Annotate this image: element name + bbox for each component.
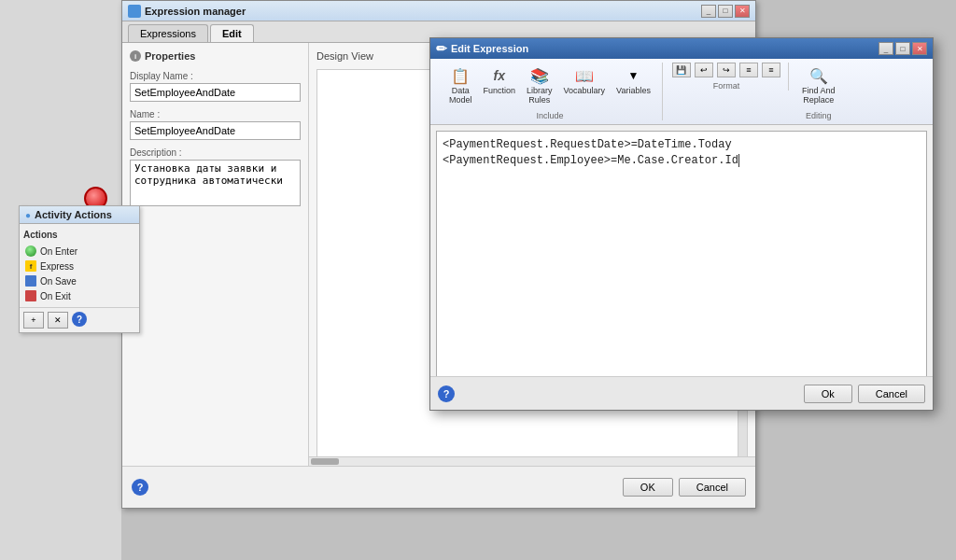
- indent-button[interactable]: ≡: [739, 63, 758, 77]
- edit-expression-title-area: ✏ Edit Expression: [436, 41, 528, 56]
- ribbon-library-button[interactable]: 📚 LibraryRules: [523, 63, 556, 107]
- remove-action-button[interactable]: ✕: [48, 312, 68, 329]
- text-cursor: [738, 154, 739, 167]
- ribbon-variables-button[interactable]: ▼ Variables: [612, 63, 654, 107]
- express-icon: f: [25, 260, 36, 272]
- express-label: Express: [40, 261, 74, 272]
- function-icon: fx: [488, 64, 511, 87]
- format-buttons-row1: 💾 ↩ ↪ ≡ ≡: [672, 63, 780, 77]
- on-exit-icon: [25, 290, 36, 301]
- action-item-on-exit[interactable]: On Exit: [23, 288, 135, 303]
- undo-button[interactable]: ↩: [695, 63, 713, 77]
- ribbon-data-model-button[interactable]: 📋 DataModel: [445, 63, 476, 107]
- on-enter-label: On Enter: [40, 246, 77, 257]
- on-enter-icon: [25, 245, 36, 257]
- display-name-label: Display Name :: [130, 71, 301, 81]
- edit-expr-close[interactable]: ✕: [912, 42, 927, 55]
- expression-manager-bottom-toolbar: ? OK Cancel: [122, 466, 755, 508]
- properties-panel: i Properties Display Name : Name : Descr…: [122, 43, 309, 505]
- ribbon-find-replace-button[interactable]: 🔍 Find AndReplace: [798, 63, 839, 107]
- edit-expr-cancel-button[interactable]: Cancel: [858, 385, 925, 403]
- close-button[interactable]: ✕: [735, 5, 750, 18]
- on-exit-label: On Exit: [40, 291, 71, 301]
- actions-help-button[interactable]: ?: [72, 312, 87, 327]
- code-line-2: <PaymentRequest.Employee>=Me.Case.Creato…: [443, 153, 921, 169]
- minimize-button[interactable]: _: [701, 5, 716, 18]
- ribbon-format-group: 💾 ↩ ↪ ≡ ≡ Format: [665, 63, 789, 91]
- properties-title: Properties: [145, 50, 195, 62]
- vocabulary-label: Vocabulary: [564, 87, 606, 96]
- library-rules-label: LibraryRules: [527, 87, 553, 105]
- maximize-button[interactable]: □: [718, 5, 733, 18]
- name-input[interactable]: [130, 121, 301, 140]
- properties-panel-header: i Properties: [130, 50, 301, 62]
- edit-expr-maximize[interactable]: □: [895, 42, 910, 55]
- variables-label: Variables: [616, 87, 651, 96]
- expression-manager-title: Expression manager: [128, 5, 246, 18]
- action-item-express[interactable]: f Express: [23, 259, 135, 273]
- redo-button[interactable]: ↪: [717, 63, 736, 77]
- edit-expression-title-text: Edit Expression: [451, 43, 528, 54]
- find-replace-icon: 🔍: [808, 64, 830, 87]
- ribbon-include-buttons: 📋 DataModel fx Function 📚 LibraryRules 📖…: [445, 63, 654, 107]
- on-save-label: On Save: [40, 276, 77, 287]
- activity-actions-content: Actions On Enter f Express On Save On Ex…: [20, 224, 139, 307]
- ribbon-include-group: 📋 DataModel fx Function 📚 LibraryRules 📖…: [438, 63, 663, 120]
- edit-expr-help-button[interactable]: ?: [438, 385, 455, 402]
- ok-button[interactable]: OK: [623, 478, 673, 497]
- edit-expression-dialog: ✏ Edit Expression _ □ ✕ 📋 DataModel fx F…: [429, 37, 934, 411]
- code-line-2-text: <PaymentRequest.Employee>=Me.Case.Creato…: [443, 154, 738, 167]
- include-group-label: Include: [536, 111, 563, 120]
- variables-icon: ▼: [623, 64, 645, 87]
- activity-actions-footer: + ✕ ?: [20, 307, 139, 332]
- description-label: Description :: [130, 147, 301, 158]
- display-name-input[interactable]: [130, 83, 301, 102]
- name-label: Name :: [130, 109, 301, 119]
- vocabulary-icon: 📖: [573, 64, 596, 87]
- properties-icon: i: [130, 50, 141, 62]
- expression-manager-icon: [128, 5, 141, 18]
- expression-manager-title-text: Expression manager: [145, 6, 246, 17]
- bottom-buttons: OK Cancel: [623, 478, 746, 497]
- activity-actions-title: Activity Actions: [35, 209, 112, 220]
- activity-dot-icon: ●: [25, 210, 31, 220]
- action-item-on-save[interactable]: On Save: [23, 273, 135, 288]
- window-controls: _ □ ✕: [701, 5, 750, 18]
- description-textarea[interactable]: Установка даты заявки и сотрудника автом…: [130, 160, 301, 206]
- tab-expressions[interactable]: Expressions: [128, 24, 208, 42]
- edit-expression-ribbon: 📋 DataModel fx Function 📚 LibraryRules 📖…: [430, 59, 933, 125]
- activity-actions-header: ● Activity Actions: [20, 206, 139, 224]
- expression-manager-titlebar: Expression manager _ □ ✕: [122, 1, 755, 21]
- data-model-icon: 📋: [449, 64, 471, 87]
- horizontal-scrollbar[interactable]: [309, 456, 755, 466]
- edit-expr-ok-button[interactable]: Ok: [804, 385, 852, 403]
- format-group-label: Format: [713, 81, 740, 91]
- edit-expr-title-icon: ✏: [436, 41, 447, 56]
- add-action-button[interactable]: +: [23, 312, 44, 329]
- ribbon-vocabulary-button[interactable]: 📖 Vocabulary: [560, 63, 610, 107]
- cancel-button[interactable]: Cancel: [679, 478, 746, 497]
- save-format-button[interactable]: 💾: [672, 63, 691, 77]
- editing-group-label: Editing: [806, 111, 832, 120]
- outdent-button[interactable]: ≡: [762, 63, 780, 77]
- editing-buttons: 🔍 Find AndReplace: [798, 63, 839, 107]
- code-editor[interactable]: <PaymentRequest.RequestDate>=DateTime.To…: [436, 131, 927, 381]
- actions-label: Actions: [23, 228, 135, 244]
- edit-expression-bottom: ? Ok Cancel: [430, 376, 933, 410]
- on-save-icon: [25, 275, 36, 287]
- data-model-label: DataModel: [449, 87, 472, 105]
- code-line-1: <PaymentRequest.RequestDate>=DateTime.To…: [443, 137, 921, 153]
- ribbon-editing-group: 🔍 Find AndReplace Editing: [791, 63, 847, 120]
- tab-edit[interactable]: Edit: [210, 24, 254, 42]
- function-label: Function: [484, 87, 516, 96]
- find-replace-label: Find AndReplace: [802, 87, 836, 105]
- edit-expr-minimize[interactable]: _: [879, 42, 893, 55]
- activity-actions-panel: ● Activity Actions Actions On Enter f Ex…: [19, 205, 140, 333]
- help-button[interactable]: ?: [132, 479, 148, 496]
- edit-expr-buttons: Ok Cancel: [804, 385, 925, 403]
- edit-expression-titlebar: ✏ Edit Expression _ □ ✕: [430, 38, 933, 59]
- scroll-thumb: [311, 458, 339, 465]
- ribbon-function-button[interactable]: fx Function: [480, 63, 520, 107]
- library-rules-icon: 📚: [528, 64, 551, 87]
- action-item-on-enter[interactable]: On Enter: [23, 244, 135, 259]
